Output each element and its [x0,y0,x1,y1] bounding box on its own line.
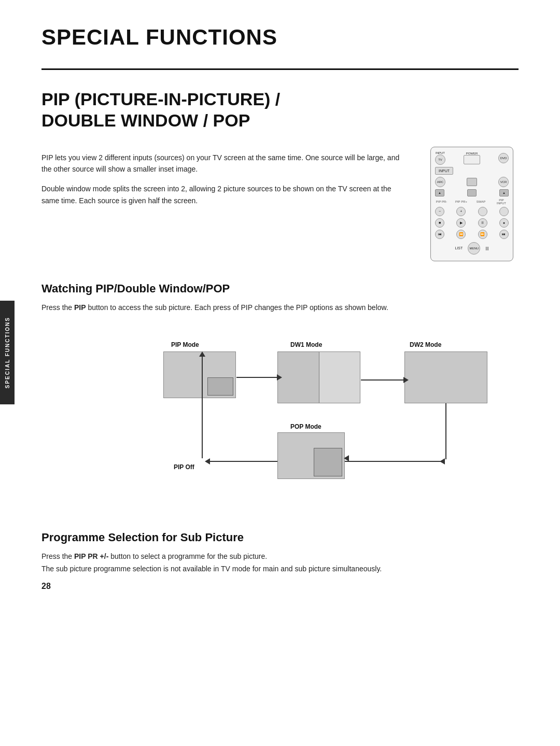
programme-line-2: The sub picture programme selection is n… [41,563,519,575]
arrow-dw2-to-pop-horiz [345,458,450,465]
rew-btn[interactable]: ⏪ [456,230,466,239]
remote-row-playback-2: ⏮ ⏪ ⏩ ⏭ [435,230,509,239]
swap-btn[interactable] [478,207,487,216]
title-divider [41,68,519,70]
pip-mode-label: PIP Mode [171,341,199,348]
remote-row-3: ARC VCR [435,177,509,187]
watching-section: Watching PIP/Double Window/POP Press the… [41,282,519,313]
watching-title: Watching PIP/Double Window/POP [41,282,519,295]
programme-section: Programme Selection for Sub Picture Pres… [41,531,519,575]
vcr-area [467,178,477,186]
pip-pr-plus-btn[interactable]: + [456,207,466,216]
page-container: SPECIAL FUNCTIONS SPECIAL FUNCTIONS PIP … [0,0,560,607]
intro-para-2: Double window mode splits the screen int… [41,183,410,206]
pause-btn[interactable]: II [478,218,487,228]
arc-btn[interactable]: ARC [435,177,445,187]
pop-mode-label: POP Mode [290,423,321,430]
dw1-mode-screen [277,351,360,403]
ch-btn[interactable]: ▲ [499,189,509,196]
programme-body: Press the PIP PR +/- button to select a … [41,551,519,575]
play-btn[interactable]: ▶ [456,218,466,228]
pip-inset [207,377,233,396]
middle-area [467,189,477,196]
sound-icon: ||| [485,246,488,250]
remote-row-2: INPUT [435,167,509,175]
sidebar-label: SPECIAL FUNCTIONS [0,301,15,404]
programme-title: Programme Selection for Sub Picture [41,531,519,544]
ff-btn[interactable]: ⏩ [478,230,487,239]
vol-btn[interactable]: ▲ [435,189,444,196]
pip-input-btn[interactable] [499,207,509,216]
menu-btn[interactable]: MENU [468,242,480,255]
remote-row-4: ▲ ▲ [435,189,509,196]
list-label: LIST [455,246,463,250]
stop-btn[interactable]: ■ [435,218,444,228]
remote-row-playback-1: ■ ▶ II ● [435,218,509,228]
arrow-dw2-down [445,403,446,459]
intro-para-1: PIP lets you view 2 different inputs (so… [41,152,410,175]
power-btn[interactable] [464,155,480,164]
intro-text: PIP lets you view 2 different inputs (so… [41,152,410,207]
remote-control: INPUT TV POWER DVD INPUT [430,147,513,261]
pop-mode-screen [277,432,345,479]
arrow-to-pop-head [344,455,349,461]
arrow-pop-to-pipoff-horiz [205,458,277,465]
dw1-left-pane [278,352,319,403]
programme-line-1: Press the PIP PR +/- button to select a … [41,551,519,563]
section-title: PIP (PICTURE-IN-PICTURE) / DOUBLE WINDOW… [41,89,519,131]
remote-row-pip-btns: − + [435,207,509,216]
remote-row-menu: LIST MENU ||| [435,242,509,255]
dvd-btn[interactable]: DVD [498,153,509,163]
pop-inset [314,448,342,476]
rec-btn[interactable]: ● [499,218,509,228]
page-title: SPECIAL FUNCTIONS [41,25,519,50]
dw2-mode-label: DW2 Mode [410,341,441,348]
dw1-mode-label: DW1 Mode [290,341,322,348]
remote-row-pip-labels: PIP PR- PIP PR+ SWAP PIP INPUT [435,199,509,205]
dw1-right-pane [319,352,360,403]
page-number: 28 [41,582,51,591]
remote-illustration: INPUT TV POWER DVD INPUT [430,147,519,261]
vcr-btn[interactable]: VCR [498,177,509,187]
arrow-pipoff-up [199,351,205,458]
remote-row-1: INPUT TV POWER DVD [435,151,509,165]
pip-diagram: PIP Mode DW1 Mode DW2 Mode POP Mode PIP … [73,329,519,505]
arrow-pip-to-dw1 [236,374,282,381]
pip-pr-minus-btn[interactable]: − [435,207,444,216]
prev-btn[interactable]: ⏮ [435,230,444,239]
pip-off-label: PIP Off [174,463,194,471]
tv-btn[interactable]: TV [435,154,445,165]
input-btn[interactable]: INPUT [435,167,453,175]
next-btn[interactable]: ⏭ [499,230,509,239]
intro-section: PIP lets you view 2 different inputs (so… [41,152,519,261]
watching-body: Press the PIP button to access the sub p… [41,302,519,313]
arrow-dw1-to-dw2 [361,377,409,383]
dw2-mode-screen [404,351,487,403]
